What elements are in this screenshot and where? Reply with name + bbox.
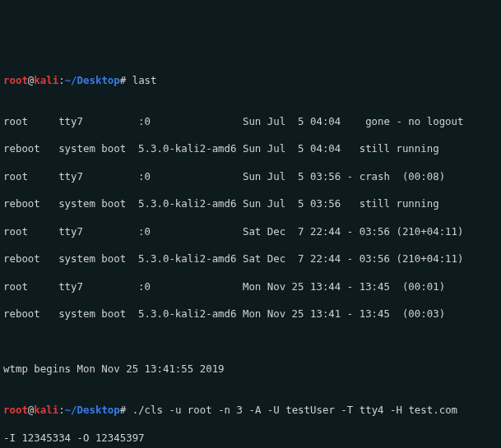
- blank-line: [3, 335, 498, 349]
- command-cls-line1: ./cls -u root -n 3 -A -U testUser -T tty…: [132, 404, 457, 416]
- prompt-colon: :: [58, 404, 64, 416]
- prompt-user: root: [3, 404, 28, 416]
- prompt-colon: :: [58, 74, 64, 86]
- prompt-host: kali: [34, 404, 58, 416]
- prompt-space: [126, 74, 132, 86]
- command-cls-line2: -I 12345334 -O 12345397: [3, 432, 498, 446]
- prompt-path: ~/Desktop: [65, 404, 120, 416]
- last-output-row: reboot system boot 5.3.0-kali2-amd6 Sun …: [3, 197, 498, 211]
- prompt-space: [126, 404, 132, 416]
- last-output-row: root tty7 :0 Mon Nov 25 13:44 - 13:45 (0…: [3, 280, 498, 294]
- last-output-row: reboot system boot 5.3.0-kali2-amd6 Mon …: [3, 307, 498, 321]
- prompt-line-1[interactable]: root@kali:~/Desktop# last: [3, 74, 498, 88]
- command-last-1: last: [132, 74, 157, 86]
- prompt-user: root: [3, 74, 28, 86]
- wtmp-begins-1: wtmp begins Mon Nov 25 13:41:55 2019: [3, 363, 498, 376]
- last-output-row: root tty7 :0 Sun Jul 5 04:04 gone - no l…: [3, 115, 498, 129]
- last-output-row: root tty7 :0 Sun Jul 5 03:56 - crash (00…: [3, 170, 498, 184]
- prompt-host: kali: [34, 74, 58, 86]
- last-output-row: reboot system boot 5.3.0-kali2-amd6 Sun …: [3, 142, 498, 156]
- last-output-row: root tty7 :0 Sat Dec 7 22:44 - 03:56 (21…: [3, 225, 498, 239]
- prompt-path: ~/Desktop: [65, 74, 120, 86]
- last-output-row: reboot system boot 5.3.0-kali2-amd6 Sat …: [3, 252, 498, 266]
- prompt-line-2[interactable]: root@kali:~/Desktop# ./cls -u root -n 3 …: [3, 404, 498, 418]
